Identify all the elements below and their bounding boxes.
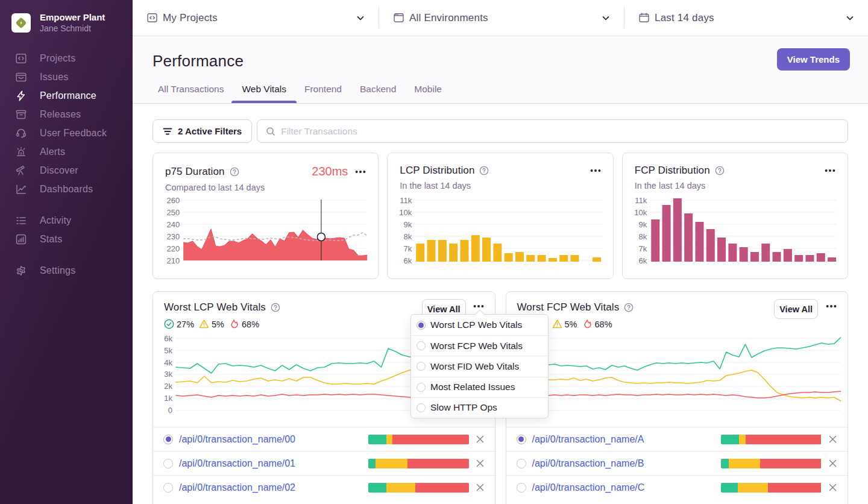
filter-row: 2 Active Filters <box>153 119 848 143</box>
releases-icon <box>16 109 27 120</box>
badge-label: 68% <box>242 320 259 329</box>
menu-radio[interactable] <box>417 341 426 350</box>
question-circle-icon[interactable] <box>715 166 725 175</box>
sidebar-item-user-feedback[interactable]: User Feedback <box>0 124 133 143</box>
menu-radio[interactable] <box>417 362 426 371</box>
graph-icon <box>16 184 27 195</box>
tab-web-vitals[interactable]: Web Vitals <box>242 84 286 103</box>
transaction-radio[interactable] <box>163 483 173 493</box>
card-subtitle: In the last 14 days <box>623 177 848 191</box>
sidebar-item-discover[interactable]: Discover <box>0 162 133 180</box>
svg-text:9k: 9k <box>638 220 647 229</box>
view-all-button[interactable]: View All <box>774 299 818 319</box>
svg-text:1k: 1k <box>164 394 172 403</box>
tabs: All TransactionsWeb VitalsFrontendBacken… <box>158 84 442 103</box>
sidebar-item-issues[interactable]: Issues <box>0 68 133 87</box>
menu-item-slow-http-ops[interactable]: Slow HTTP Ops <box>411 397 548 418</box>
list-icon <box>16 215 27 226</box>
badge-label: 5% <box>212 320 224 329</box>
summary-cards: p75 Duration230msCompared to last 14 day… <box>153 153 848 279</box>
vitals-segment <box>721 459 729 468</box>
tab-backend[interactable]: Backend <box>360 84 396 103</box>
environment-filter[interactable]: All Environments <box>379 0 624 36</box>
vitals-badge-warning-triangle: 5% <box>552 319 577 329</box>
menu-item-worst-fcp-web-vitals[interactable]: Worst FCP Web Vitals <box>411 335 548 356</box>
project-filter-label: My Projects <box>163 12 218 24</box>
transaction-radio[interactable] <box>517 483 526 493</box>
close-icon[interactable] <box>476 435 485 444</box>
transaction-link[interactable]: /api/0/transaction_name/02 <box>179 482 295 493</box>
card-menu-button[interactable] <box>826 304 837 308</box>
tab-label: All Transactions <box>158 84 224 94</box>
tab-frontend[interactable]: Frontend <box>304 84 342 103</box>
sidebar-item-settings[interactable]: Settings <box>0 262 133 280</box>
date-filter[interactable]: Last 14 days <box>624 0 868 36</box>
svg-text:6k: 6k <box>638 256 647 265</box>
close-icon[interactable] <box>476 483 485 492</box>
siren-icon <box>16 146 27 157</box>
close-icon[interactable] <box>828 483 837 492</box>
sidebar-item-alerts[interactable]: Alerts <box>0 143 133 162</box>
sidebar-item-projects[interactable]: Projects <box>0 49 133 68</box>
sidebar-item-stats[interactable]: Stats <box>0 230 133 249</box>
question-circle-icon[interactable] <box>230 167 239 177</box>
view-trends-button[interactable]: View Trends <box>777 48 850 71</box>
vitals-distribution-bar <box>368 435 469 444</box>
transaction-radio[interactable] <box>517 435 526 444</box>
sidebar-item-releases[interactable]: Releases <box>0 106 133 124</box>
card-menu-button[interactable] <box>590 169 601 172</box>
projects-icon <box>16 53 27 64</box>
menu-radio[interactable] <box>417 321 426 330</box>
card-worst-fcp: Worst FCP Web VitalsView All27%5%68%6k5k… <box>506 291 849 504</box>
tab-mobile[interactable]: Mobile <box>414 84 442 103</box>
svg-text:11k: 11k <box>400 196 412 205</box>
active-filters-button[interactable]: 2 Active Filters <box>153 119 252 143</box>
vitals-segment <box>415 483 469 493</box>
menu-item-label: Slow HTTP Ops <box>430 402 497 413</box>
menu-radio[interactable] <box>417 403 426 412</box>
chart-p75-duration: 260250240230220210 <box>153 195 378 270</box>
org-logo <box>11 13 31 33</box>
menu-item-worst-lcp-web-vitals[interactable]: Worst LCP Web Vitals <box>411 315 548 335</box>
question-circle-icon[interactable] <box>479 166 489 175</box>
project-filter[interactable]: My Projects <box>133 0 379 36</box>
svg-text:11k: 11k <box>635 196 647 205</box>
menu-item-worst-fid-web-vitals[interactable]: Worst FID Web Vitals <box>411 356 548 376</box>
org-name: Empower Plant <box>40 12 105 23</box>
transaction-radio[interactable] <box>163 435 173 444</box>
card-menu-button[interactable] <box>355 170 366 174</box>
close-icon[interactable] <box>476 459 485 468</box>
question-circle-icon[interactable] <box>271 303 280 312</box>
stats-icon <box>16 234 27 245</box>
menu-radio[interactable] <box>417 383 426 392</box>
transaction-radio[interactable] <box>517 459 526 468</box>
close-icon[interactable] <box>828 435 837 444</box>
vitals-badge-fire: 68% <box>582 319 612 329</box>
vitals-segment <box>738 483 768 493</box>
sidebar-item-performance[interactable]: Performance <box>0 87 133 106</box>
transaction-radio[interactable] <box>163 459 173 468</box>
question-circle-icon[interactable] <box>624 303 634 312</box>
sidebar-item-activity[interactable]: Activity <box>0 212 133 230</box>
svg-text:6k: 6k <box>164 334 172 343</box>
card-menu-button[interactable] <box>473 304 484 308</box>
transaction-link[interactable]: /api/0/transaction_name/B <box>532 458 644 469</box>
vitals-distribution-bar <box>721 483 822 493</box>
sidebar-item-label: Issues <box>40 72 68 83</box>
org-switcher[interactable]: Empower Plant Jane Schmidt <box>0 0 133 34</box>
search-input[interactable] <box>281 126 839 137</box>
tab-all-transactions[interactable]: All Transactions <box>158 84 224 103</box>
card-menu-button[interactable] <box>825 169 835 172</box>
menu-item-most-related-issues[interactable]: Most Related Issues <box>411 377 548 397</box>
lightning-icon <box>16 90 27 101</box>
card-p75-duration: p75 Duration230msCompared to last 14 day… <box>153 153 379 279</box>
transaction-link[interactable]: /api/0/transaction_name/A <box>532 434 644 445</box>
sidebar-item-dashboards[interactable]: Dashboards <box>0 180 133 199</box>
transaction-link[interactable]: /api/0/transaction_name/C <box>532 482 645 493</box>
transaction-link[interactable]: /api/0/transaction_name/00 <box>179 434 295 445</box>
transaction-link[interactable]: /api/0/transaction_name/01 <box>179 458 295 469</box>
topbar: My Projects All Environments Last 14 day… <box>133 0 868 36</box>
sidebar-item-label: Performance <box>40 90 96 101</box>
close-icon[interactable] <box>828 459 837 468</box>
search-box <box>257 119 848 143</box>
